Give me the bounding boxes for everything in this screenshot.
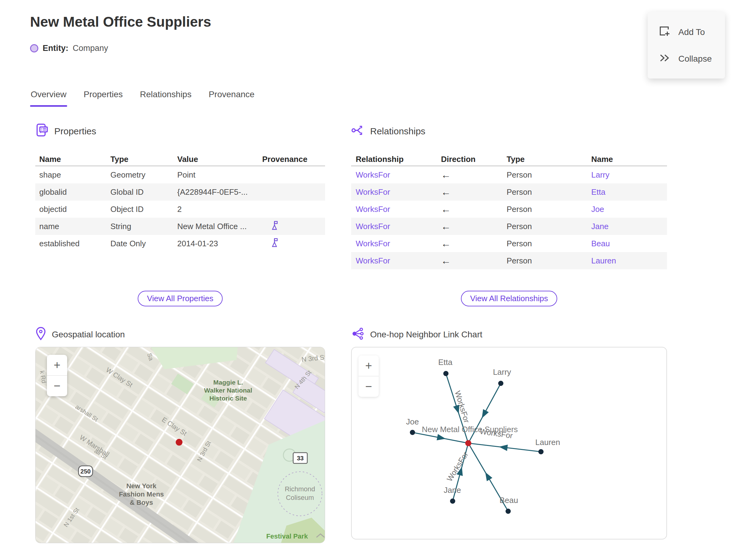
chevrons-right-icon — [658, 53, 670, 65]
map-image: k RdW Clay StSaarshall StW Marshallall S… — [36, 347, 325, 543]
relationship-link[interactable]: WorksFor — [356, 170, 441, 180]
tab-bar: OverviewPropertiesRelationshipsProvenanc… — [30, 90, 255, 107]
entity-type: Company — [73, 44, 108, 53]
link-chart-canvas[interactable]: WorksForWorksForWorksForEttaLarryJoeLaur… — [351, 347, 667, 539]
graph-node-lauren[interactable] — [539, 449, 544, 455]
relationship-type: Person — [507, 187, 591, 197]
property-row: establishedDate Only2014-01-23 — [35, 235, 325, 252]
tab-overview[interactable]: Overview — [30, 90, 67, 107]
entity-name-link[interactable]: Beau — [591, 239, 667, 248]
direction-arrow: ← — [441, 204, 507, 215]
tab-provenance[interactable]: Provenance — [208, 90, 255, 107]
relationship-row: WorksFor←PersonJoe — [351, 201, 667, 218]
properties-icon — [35, 123, 49, 140]
relationship-link[interactable]: WorksFor — [356, 256, 441, 266]
property-cell: shape — [39, 170, 110, 180]
entity-name-link[interactable]: Lauren — [591, 256, 667, 266]
graph-node-larry[interactable] — [498, 381, 504, 386]
column-header: Name — [591, 155, 667, 164]
graph-node-beau[interactable] — [506, 509, 511, 514]
property-row: globalidGlobal ID{A228944F-0EF5-... — [35, 183, 325, 201]
chart-zoom-out-button[interactable]: − — [358, 376, 379, 397]
relationships-section-title: Relationships — [370, 126, 425, 136]
graph-node-etta[interactable] — [443, 371, 449, 376]
right-column: Relationships RelationshipDirectionTypeN… — [351, 124, 667, 539]
direction-arrow: ← — [441, 238, 507, 249]
geospatial-section-title: Geospatial location — [52, 330, 125, 339]
map-zoom-control: + − — [47, 355, 67, 396]
chart-zoom-in-button[interactable]: + — [358, 355, 379, 376]
map-zoom-in-button[interactable]: + — [47, 355, 67, 375]
edge-arrowhead — [499, 443, 508, 451]
add-to-button[interactable]: Add To — [658, 25, 725, 39]
left-column: Properties NameTypeValueProvenance shape… — [35, 124, 325, 543]
graph-node-label: Etta — [438, 358, 453, 367]
entity-dot-icon — [30, 44, 38, 52]
property-value: Point — [177, 170, 262, 180]
map-zoom-out-button[interactable]: − — [47, 375, 67, 396]
relationship-type: Person — [507, 239, 591, 248]
collapse-label: Collapse — [678, 54, 712, 64]
map-entity-marker[interactable] — [176, 439, 182, 446]
edge-label: WorksFor — [445, 450, 470, 483]
relationship-type: Person — [507, 170, 591, 180]
column-header: Name — [39, 155, 110, 164]
tab-relationships[interactable]: Relationships — [139, 90, 192, 107]
property-value: {A228944F-0EF5-... — [177, 187, 262, 197]
entity-name-link[interactable]: Etta — [591, 187, 667, 197]
direction-arrow: ← — [441, 169, 507, 181]
graph-center-node[interactable] — [465, 440, 471, 446]
entity-name-link[interactable]: Jane — [591, 222, 667, 231]
route-shield: 33 — [293, 453, 307, 463]
add-to-icon — [658, 25, 670, 39]
column-header: Value — [177, 155, 262, 164]
property-value: New Metal Office ... — [177, 222, 262, 231]
column-header: Relationship — [356, 155, 441, 164]
chart-zoom-control: + − — [358, 355, 379, 397]
provenance-flag-icon[interactable] — [262, 221, 325, 232]
map-pin-icon — [35, 326, 46, 343]
relationship-row: WorksFor←PersonEtta — [351, 183, 667, 201]
tab-properties[interactable]: Properties — [83, 90, 124, 107]
properties-section-title: Properties — [54, 126, 96, 136]
property-row: nameStringNew Metal Office ... — [35, 218, 325, 235]
relationship-type: Person — [507, 222, 591, 231]
graph-node-label: Beau — [500, 496, 518, 505]
property-value: 2014-01-23 — [177, 239, 262, 248]
property-row: objectidObject ID2 — [35, 201, 325, 218]
entity-name-link[interactable]: Larry — [591, 170, 667, 180]
property-cell: globalid — [39, 187, 110, 197]
provenance-flag-icon[interactable] — [262, 238, 325, 250]
relationship-link[interactable]: WorksFor — [356, 239, 441, 248]
relationships-table: WorksFor←PersonLarryWorksFor←PersonEttaW… — [351, 166, 667, 269]
relationships-table-header: RelationshipDirectionTypeName — [351, 153, 667, 166]
relationship-link[interactable]: WorksFor — [356, 205, 441, 214]
relationship-row: WorksFor←PersonLarry — [351, 166, 667, 183]
relationship-link[interactable]: WorksFor — [356, 187, 441, 197]
property-cell: established — [39, 239, 110, 248]
entity-type-row: Entity: Company — [30, 44, 108, 53]
direction-arrow: ← — [441, 221, 507, 232]
page-title: New Metal Office Suppliers — [30, 13, 211, 30]
relationship-link[interactable]: WorksFor — [356, 222, 441, 231]
geospatial-section-header: Geospatial location — [35, 327, 325, 342]
graph-node-label: Joe — [406, 417, 419, 426]
one-hop-network-icon — [351, 327, 365, 343]
view-all-properties-button[interactable]: View All Properties — [138, 291, 222, 306]
map-canvas[interactable]: k RdW Clay StSaarshall StW Marshallall S… — [35, 347, 325, 543]
properties-table: shapeGeometryPointglobalidGlobal ID{A228… — [35, 166, 325, 252]
entity-name-link[interactable]: Joe — [591, 205, 667, 214]
property-value: 2 — [177, 205, 262, 214]
relationships-icon — [351, 124, 365, 139]
link-chart-section-title: One-hop Neighbor Link Chart — [370, 330, 482, 339]
view-all-relationships-button[interactable]: View All Relationships — [461, 291, 557, 306]
graph-node-joe[interactable] — [410, 430, 415, 435]
graph-node-jane[interactable] — [450, 499, 455, 504]
collapse-button[interactable]: Collapse — [658, 53, 725, 65]
route-shield: 250 — [79, 466, 93, 477]
graph-node-label: Larry — [493, 367, 511, 377]
properties-section-header: Properties — [35, 124, 325, 139]
relationship-row: WorksFor←PersonJane — [351, 218, 667, 235]
relationships-section-header: Relationships — [351, 124, 667, 139]
edge-arrowhead — [482, 470, 492, 481]
